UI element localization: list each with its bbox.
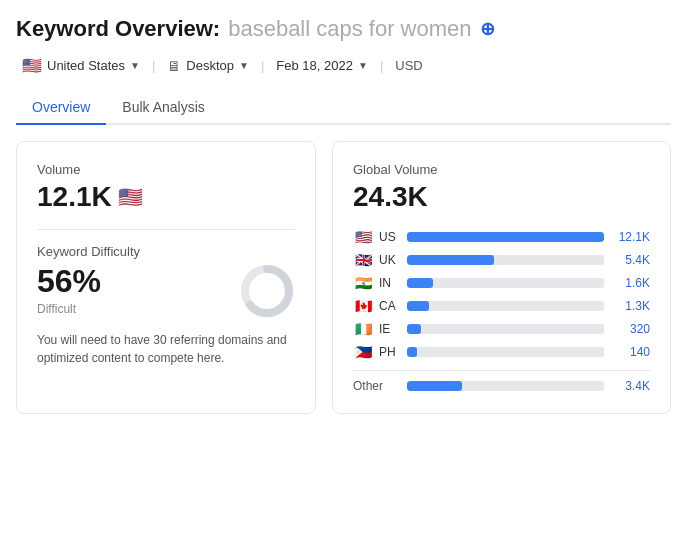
country-label: United States <box>47 58 125 73</box>
toolbar: 🇺🇸 United States ▼ | 🖥 Desktop ▼ | Feb 1… <box>16 54 671 77</box>
other-volume: 3.4K <box>610 379 650 393</box>
gv-label: Global Volume <box>353 162 650 177</box>
cards-row: Volume 12.1K 🇺🇸 Keyword Difficulty 56% D… <box>16 141 671 414</box>
flag-ie: 🇮🇪 <box>353 321 373 337</box>
code-ph: PH <box>379 345 401 359</box>
tab-overview[interactable]: Overview <box>16 91 106 125</box>
code-ca: CA <box>379 299 401 313</box>
kd-section: 56% Difficult <box>37 263 295 319</box>
volume-card: Volume 12.1K 🇺🇸 Keyword Difficulty 56% D… <box>16 141 316 414</box>
title-static: Keyword Overview: <box>16 16 220 42</box>
vol-ie: 320 <box>610 322 650 336</box>
bar-fill-in <box>407 278 433 288</box>
device-chevron-icon: ▼ <box>239 60 249 71</box>
country-row-ca: 🇨🇦 CA 1.3K <box>353 298 650 314</box>
country-row-in: 🇮🇳 IN 1.6K <box>353 275 650 291</box>
flag-in: 🇮🇳 <box>353 275 373 291</box>
code-ie: IE <box>379 322 401 336</box>
volume-label: Volume <box>37 162 295 177</box>
add-keyword-icon[interactable]: ⊕ <box>480 18 495 40</box>
flag-uk: 🇬🇧 <box>353 252 373 268</box>
tabs-bar: Overview Bulk Analysis <box>16 91 671 125</box>
separator-1: | <box>152 58 155 73</box>
bar-bg-ie <box>407 324 604 334</box>
keyword-text: baseball caps for women <box>228 16 471 42</box>
bar-bg-in <box>407 278 604 288</box>
gv-value: 24.3K <box>353 181 650 213</box>
bar-bg-ca <box>407 301 604 311</box>
card-divider <box>37 229 295 230</box>
volume-value: 12.1K 🇺🇸 <box>37 181 295 213</box>
kd-value: 56% <box>37 263 223 300</box>
country-chevron-icon: ▼ <box>130 60 140 71</box>
tab-bulk-analysis[interactable]: Bulk Analysis <box>106 91 220 125</box>
bar-fill-us <box>407 232 604 242</box>
vol-ph: 140 <box>610 345 650 359</box>
bar-fill-uk <box>407 255 494 265</box>
kd-sublabel: Difficult <box>37 302 223 316</box>
kd-description: You will need to have 30 referring domai… <box>37 331 295 367</box>
volume-flag: 🇺🇸 <box>118 185 143 209</box>
flag-us: 🇺🇸 <box>353 229 373 245</box>
country-row-ph: 🇵🇭 PH 140 <box>353 344 650 360</box>
monitor-icon: 🖥 <box>167 58 181 74</box>
country-flag: 🇺🇸 <box>22 56 42 75</box>
separator-3: | <box>380 58 383 73</box>
device-selector[interactable]: 🖥 Desktop ▼ <box>161 56 255 76</box>
currency-label: USD <box>389 56 428 75</box>
date-selector[interactable]: Feb 18, 2022 ▼ <box>270 56 374 75</box>
vol-us: 12.1K <box>610 230 650 244</box>
bar-fill-ph <box>407 347 417 357</box>
flag-ph: 🇵🇭 <box>353 344 373 360</box>
other-row: Other 3.4K <box>353 370 650 393</box>
global-volume-card: Global Volume 24.3K 🇺🇸 US 12.1K 🇬🇧 UK 5.… <box>332 141 671 414</box>
kd-donut-chart <box>239 263 295 319</box>
vol-uk: 5.4K <box>610 253 650 267</box>
other-label: Other <box>353 379 401 393</box>
country-rows: 🇺🇸 US 12.1K 🇬🇧 UK 5.4K 🇮🇳 IN <box>353 229 650 360</box>
code-in: IN <box>379 276 401 290</box>
bar-fill-ie <box>407 324 421 334</box>
country-row-ie: 🇮🇪 IE 320 <box>353 321 650 337</box>
bar-bg-us <box>407 232 604 242</box>
bar-fill-ca <box>407 301 429 311</box>
page-title: Keyword Overview: baseball caps for wome… <box>16 16 671 42</box>
kd-left: 56% Difficult <box>37 263 223 316</box>
bar-bg-ph <box>407 347 604 357</box>
date-label: Feb 18, 2022 <box>276 58 353 73</box>
code-us: US <box>379 230 401 244</box>
separator-2: | <box>261 58 264 73</box>
vol-ca: 1.3K <box>610 299 650 313</box>
country-row-uk: 🇬🇧 UK 5.4K <box>353 252 650 268</box>
bar-bg-other <box>407 381 604 391</box>
country-selector[interactable]: 🇺🇸 United States ▼ <box>16 54 146 77</box>
bar-fill-other <box>407 381 462 391</box>
date-chevron-icon: ▼ <box>358 60 368 71</box>
flag-ca: 🇨🇦 <box>353 298 373 314</box>
code-uk: UK <box>379 253 401 267</box>
country-row-us: 🇺🇸 US 12.1K <box>353 229 650 245</box>
bar-bg-uk <box>407 255 604 265</box>
vol-in: 1.6K <box>610 276 650 290</box>
device-label: Desktop <box>186 58 234 73</box>
kd-label: Keyword Difficulty <box>37 244 295 259</box>
